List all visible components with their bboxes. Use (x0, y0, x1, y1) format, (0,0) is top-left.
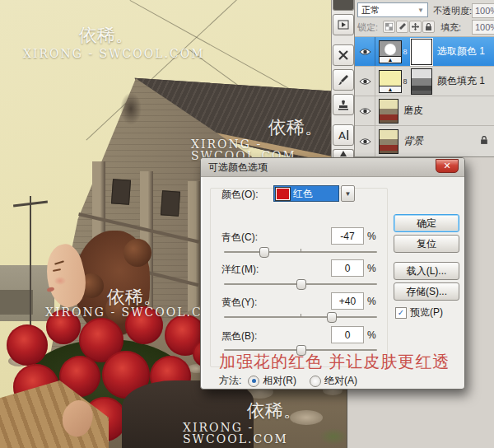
visibility-toggle[interactable] (355, 126, 375, 156)
black-label: 黑色(B): (221, 329, 257, 343)
move-icon (412, 23, 419, 30)
yellow-slider-thumb[interactable] (327, 312, 337, 323)
load-button[interactable]: 载入(L)... (394, 262, 459, 280)
fill-layer-thumbnail[interactable]: ▲ (379, 70, 402, 93)
magenta-slider[interactable] (224, 283, 377, 285)
opacity-value[interactable]: 100% (472, 3, 494, 18)
radio-relative[interactable] (248, 376, 259, 387)
layer-name[interactable]: 磨皮 (403, 104, 423, 118)
selective-color-icon (384, 44, 396, 55)
lock-pixels-button[interactable] (396, 21, 408, 33)
brush-icon (398, 23, 406, 30)
watermark: 依稀。 (107, 288, 161, 306)
layer-name[interactable]: 背景 (403, 134, 423, 148)
stamp-tool-button[interactable] (333, 94, 354, 115)
slider-tick (301, 249, 301, 252)
cyan-value-text: -47 (340, 231, 354, 242)
crossed-tools-button[interactable] (333, 44, 354, 66)
visibility-toggle[interactable] (355, 67, 375, 96)
crossed-tools-icon (338, 49, 349, 61)
window (111, 179, 131, 204)
blend-mode-select[interactable]: 正常 ▼ (357, 2, 428, 17)
save-button[interactable]: 存储(S)... (394, 282, 459, 301)
link-icon: 8 (402, 77, 408, 86)
color-dropdown-value: 红色 (293, 187, 313, 201)
cyan-slider-thumb[interactable] (259, 247, 269, 258)
watermark: 依稀。 (79, 26, 133, 44)
chevron-down-icon: ▼ (417, 7, 424, 14)
black-value[interactable]: 0 (331, 326, 364, 343)
watermark: 依稀。 (247, 402, 301, 420)
watermark-line1: 依稀。 (107, 288, 161, 306)
stamp-tool-icon (338, 100, 349, 110)
watermark-line2: XIRONG - SWCOOL.COM (23, 48, 205, 59)
preview-checkbox[interactable]: ✓ (395, 307, 407, 319)
radio-absolute-label[interactable]: 绝对(A) (324, 374, 357, 388)
radio-relative-label[interactable]: 相对(R) (263, 374, 296, 388)
play-tool-button[interactable] (333, 14, 354, 35)
magenta-label: 洋红(M): (221, 263, 259, 277)
opacity-label: 不透明度: (433, 5, 472, 17)
visibility-toggle[interactable] (355, 96, 375, 125)
reset-button-label: 复位 (417, 237, 436, 251)
type-tool-icon: A (338, 129, 350, 141)
close-button[interactable]: ✕ (436, 159, 459, 173)
eye-icon (359, 107, 371, 115)
play-tool-icon (338, 20, 349, 30)
watermark-line2: XIRONG - SWCOOL.COM (183, 422, 347, 445)
layer-row-color-fill[interactable]: ▲ 8 颜色填充 1 (355, 66, 494, 96)
eye-icon (359, 138, 371, 146)
black-value-text: 0 (345, 329, 351, 341)
lock-position-button[interactable] (409, 21, 422, 33)
image-layer-thumbnail[interactable] (379, 129, 398, 154)
fill-value[interactable]: 100% (472, 20, 494, 35)
wall-stain (120, 92, 142, 125)
svg-text:A: A (338, 129, 346, 141)
layer-mask-thumbnail[interactable] (411, 39, 432, 65)
eye-icon (359, 77, 371, 86)
magenta-value[interactable]: 0 (331, 259, 364, 277)
brush-tool-button[interactable] (333, 69, 354, 91)
partial-tool-button[interactable] (333, 0, 354, 11)
fill-label: 填充: (440, 21, 461, 34)
yellow-label: 黄色(Y): (221, 296, 257, 310)
ok-button[interactable]: 确定 (394, 214, 459, 232)
magenta-slider-thumb[interactable] (296, 279, 306, 290)
type-tool-button[interactable]: A (333, 124, 354, 146)
lock-transparency-button[interactable] (383, 21, 395, 33)
brush-tool-icon (338, 74, 349, 86)
cheek-blush (54, 277, 66, 285)
image-layer-thumbnail[interactable] (379, 99, 398, 124)
color-dropdown[interactable]: 红色 (273, 185, 339, 202)
layer-name[interactable]: 颜色填充 1 (437, 74, 485, 88)
yellow-slider[interactable] (224, 316, 377, 318)
preview-label[interactable]: 预览(P) (410, 306, 443, 320)
load-button-label: 载入(L)... (407, 264, 447, 278)
cyan-value[interactable]: -47 (331, 227, 364, 245)
checkerboard-icon (385, 23, 393, 30)
watermark-line1: 依稀。 (79, 26, 133, 44)
magenta-unit: % (367, 263, 376, 274)
yellow-value-text: +40 (339, 296, 356, 307)
layer-name[interactable]: 选取颜色 1 (437, 44, 485, 58)
adjustment-layer-thumbnail[interactable]: ▲ (379, 40, 402, 63)
color-swatch-red (276, 188, 290, 200)
visibility-toggle[interactable] (355, 37, 375, 66)
radio-selected-dot (252, 379, 256, 383)
layer-row-background[interactable]: 背景 (355, 125, 494, 156)
black-unit: % (367, 329, 376, 341)
layer-mask-thumbnail[interactable] (411, 68, 432, 95)
reset-button[interactable]: 复位 (394, 235, 459, 253)
radio-absolute[interactable] (310, 376, 321, 387)
layer-row-selective-color[interactable]: ▲ 8 选取颜色 1 (355, 36, 494, 66)
dialog-body: 颜色(O): 红色 ▼ 青色(C): -47 % 洋红(M): 0 % 黄色(Y… (201, 176, 464, 389)
color-dropdown-arrow[interactable]: ▼ (341, 185, 355, 202)
layer-lock-icon (480, 136, 488, 147)
lock-all-button[interactable] (422, 21, 435, 33)
layer-row-smoothing[interactable]: 磨皮 (355, 96, 494, 125)
yellow-value[interactable]: +40 (331, 292, 364, 310)
tool-palette: A (331, 0, 356, 160)
dialog-titlebar[interactable]: 可选颜色选项 (201, 158, 464, 177)
pen-tool-icon (338, 151, 348, 157)
cyan-slider[interactable] (224, 251, 377, 253)
